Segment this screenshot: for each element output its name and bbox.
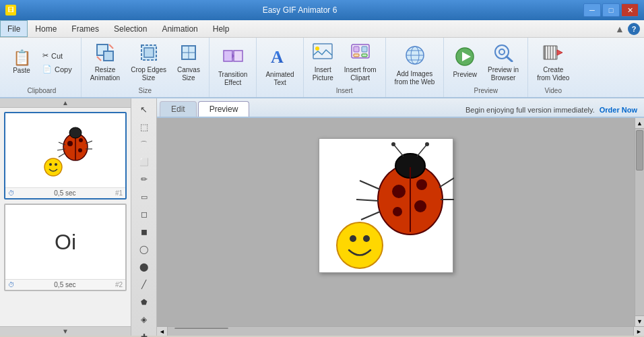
- ribbon-section-insert: InsertPicture Insert fromClipart Insert: [304, 38, 386, 97]
- tab-edit[interactable]: Edit: [160, 101, 197, 117]
- copy-button[interactable]: 📄 Copy: [38, 63, 77, 75]
- preview-browser-button[interactable]: Preview inBrowser: [483, 42, 523, 83]
- insert-clipart-icon: [350, 43, 371, 65]
- paste-icon: 📋: [13, 51, 31, 65]
- menu-item-file[interactable]: File: [0, 20, 28, 37]
- order-now-link[interactable]: Order Now: [600, 106, 637, 114]
- video-buttons: Createfrom Video: [532, 40, 574, 84]
- canvas-size-button[interactable]: CanvasSize: [172, 42, 205, 83]
- ribbon-section-size: ResizeAnimation Crop EdgesSize: [82, 38, 210, 97]
- preview-play-icon: [455, 47, 475, 69]
- ribbon-section-animtext: A AnimatedText: [257, 38, 303, 97]
- preview-browser-icon: [493, 43, 513, 65]
- tool-poly[interactable]: ⬟: [135, 294, 154, 310]
- tool-pencil[interactable]: ✏: [135, 171, 154, 187]
- svg-line-2: [109, 44, 113, 49]
- paste-label: Paste: [13, 67, 30, 75]
- svg-point-43: [78, 148, 82, 152]
- transition-buttons: TransitionEffect: [214, 40, 253, 92]
- menu-item-selection[interactable]: Selection: [106, 20, 154, 37]
- maximize-button[interactable]: □: [602, 3, 620, 17]
- ribbon-section-transition: TransitionEffect: [210, 38, 257, 97]
- close-button[interactable]: ✕: [621, 3, 639, 17]
- menu-item-animation[interactable]: Animation: [154, 20, 205, 37]
- ribbon-nav-help[interactable]: ?: [628, 23, 640, 35]
- frame-scroll-down[interactable]: ▼: [0, 326, 131, 336]
- frame-thumb-2[interactable]: Oi ⏱ 0,5 sec #2: [4, 204, 127, 291]
- copy-icon: 📄: [42, 65, 52, 73]
- insert-clipart-label: Insert fromClipart: [344, 66, 377, 82]
- tool-pick[interactable]: ✚: [135, 329, 154, 337]
- transition-icon: [222, 45, 244, 69]
- svg-point-67: [425, 142, 429, 146]
- h-scrollbar[interactable]: ◄ ►: [157, 326, 644, 336]
- svg-point-68: [337, 222, 383, 268]
- tool-select[interactable]: ↖: [135, 101, 154, 117]
- resize-icon: [96, 43, 115, 65]
- add-images-web-button[interactable]: Add Imagesfrom the Web: [390, 46, 440, 86]
- frame-2-text: Oi: [5, 205, 125, 279]
- ribbon-nav-up[interactable]: ▲: [614, 24, 625, 34]
- scroll-track: [635, 129, 644, 315]
- frame-2-info: ⏱ 0,5 sec #2: [5, 279, 125, 290]
- menu-item-frames[interactable]: Frames: [64, 20, 106, 37]
- svg-rect-5: [144, 48, 154, 57]
- tool-rect[interactable]: ◻: [135, 206, 154, 222]
- menu-item-help[interactable]: Help: [205, 20, 237, 37]
- ribbon-section-preview: Preview Preview inBrowser Preview: [444, 38, 528, 97]
- preview-button[interactable]: Preview: [448, 42, 482, 83]
- tool-fill[interactable]: ◈: [135, 311, 154, 328]
- svg-point-69: [350, 235, 356, 242]
- svg-point-41: [67, 141, 73, 146]
- h-scroll-thumb[interactable]: [174, 328, 228, 329]
- menu-item-home[interactable]: Home: [28, 20, 64, 37]
- insert-picture-button[interactable]: InsertPicture: [308, 42, 338, 83]
- addweb-label: Add Imagesfrom the Web: [395, 70, 435, 86]
- create-video-button[interactable]: Createfrom Video: [532, 42, 574, 83]
- canvas-viewport[interactable]: [157, 118, 635, 326]
- frame-2-num: #2: [115, 281, 123, 288]
- crop-icon: [139, 43, 158, 65]
- svg-line-62: [439, 178, 454, 187]
- tool-lasso[interactable]: ⌒: [135, 136, 154, 152]
- cut-button[interactable]: ✂ Cut: [38, 49, 77, 62]
- transition-effect-button[interactable]: TransitionEffect: [214, 46, 253, 86]
- crop-edges-button[interactable]: Crop EdgesSize: [126, 42, 171, 83]
- cut-icon: ✂: [42, 51, 49, 60]
- resize-animation-button[interactable]: ResizeAnimation: [86, 42, 125, 83]
- scroll-down-btn[interactable]: ▼: [635, 315, 644, 326]
- tool-ellipse-fill[interactable]: ⬤: [135, 259, 154, 275]
- tool-select-rect[interactable]: ⬚: [135, 119, 154, 135]
- svg-text:A: A: [271, 47, 284, 67]
- tool-rect-fill[interactable]: ◼: [135, 224, 154, 240]
- h-scroll-track: [168, 327, 633, 336]
- create-video-icon: [542, 43, 564, 65]
- insert-picture-label: InsertPicture: [313, 66, 333, 82]
- insert-clipart-button[interactable]: Insert fromClipart: [340, 42, 381, 83]
- svg-rect-17: [354, 47, 359, 52]
- paste-button[interactable]: 📋 Paste: [7, 42, 36, 83]
- tool-eraser[interactable]: ▭: [135, 189, 154, 205]
- scroll-up-btn[interactable]: ▲: [635, 118, 644, 129]
- animated-text-button[interactable]: A AnimatedText: [261, 46, 298, 86]
- svg-point-70: [363, 235, 370, 242]
- resize-label: ResizeAnimation: [90, 66, 120, 82]
- tool-ellipse[interactable]: ◯: [135, 241, 154, 257]
- tool-panel: ↖ ⬚ ⌒ ⬜ ✏ ▭ ◻ ◼ ◯ ⬤ ╱ ⬟ ◈ ✚ ✥ ↺ 🔍 🔎 ↩: [131, 98, 157, 336]
- frame-thumb-1-img: [5, 113, 125, 187]
- scroll-right-btn[interactable]: ►: [633, 327, 644, 336]
- v-scrollbar[interactable]: ▲ ▼: [635, 118, 644, 326]
- scroll-left-btn[interactable]: ◄: [157, 327, 168, 336]
- tool-line[interactable]: ╱: [135, 276, 154, 293]
- frame-thumb-1[interactable]: ⏱ 0,5 sec #1: [4, 112, 127, 200]
- canvas-label: CanvasSize: [177, 66, 200, 82]
- animtext-buttons: A AnimatedText: [261, 40, 298, 92]
- tab-preview[interactable]: Preview: [198, 101, 250, 117]
- svg-point-40: [69, 127, 82, 138]
- scroll-thumb[interactable]: [636, 130, 643, 171]
- tool-magic-select[interactable]: ⬜: [135, 154, 154, 170]
- frame-scroll-up[interactable]: ▲: [0, 98, 131, 108]
- svg-line-60: [356, 200, 379, 201]
- svg-line-64: [393, 144, 404, 156]
- minimize-button[interactable]: ─: [583, 3, 601, 17]
